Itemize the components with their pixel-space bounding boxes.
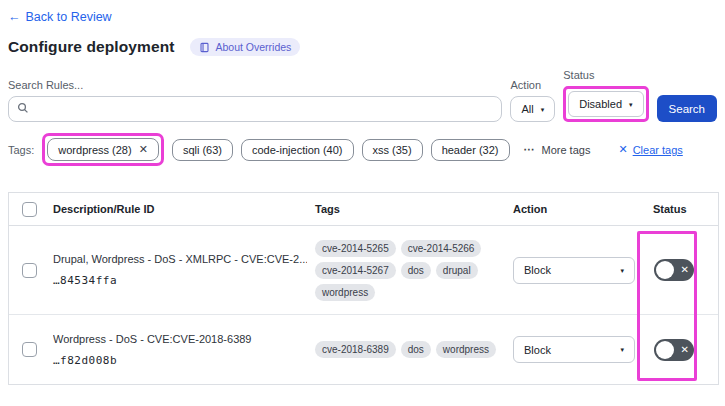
tag-chip-code-injection[interactable]: code-injection (40): [241, 139, 354, 161]
search-rules-box[interactable]: [8, 96, 502, 122]
chevron-down-icon: ▾: [620, 267, 624, 274]
back-link-label: Back to Review: [26, 10, 112, 24]
rule-description: Wordpress - DoS - CVE:CVE-2018-6389: [53, 333, 307, 345]
tag-chip-wordpress[interactable]: wordpress (28) ✕: [47, 138, 159, 161]
rule-tag-pill: cve-2018-6389: [315, 341, 396, 358]
tag-chip-sqli[interactable]: sqli (63): [172, 139, 233, 161]
rule-tag-pill: dos: [401, 262, 431, 279]
toggle-off-icon: ✕: [681, 265, 689, 275]
search-icon: [17, 100, 29, 118]
search-button[interactable]: Search: [657, 95, 717, 122]
back-to-review-link[interactable]: ← Back to Review: [8, 10, 112, 24]
status-toggle[interactable]: ✕: [654, 339, 694, 361]
toggle-off-icon: ✕: [681, 345, 689, 355]
column-header-tags: Tags: [307, 203, 505, 215]
clear-tags-label: Clear tags: [633, 144, 683, 156]
column-header-status: Status: [645, 203, 718, 215]
rules-table: Description/Rule ID Tags Action Status D…: [8, 192, 719, 385]
action-dropdown[interactable]: Block ▾: [513, 336, 635, 363]
toggle-knob: [656, 341, 674, 359]
about-overrides-badge[interactable]: About Overrides: [190, 38, 300, 56]
select-all-checkbox[interactable]: [22, 202, 37, 217]
tags-bar: Tags: wordpress (28) ✕ sqli (63) code-in…: [0, 133, 725, 166]
rule-tag-pill: cve-2014-5265: [315, 240, 396, 257]
rule-tags: cve-2014-5265 cve-2014-5266 cve-2014-526…: [315, 240, 515, 301]
search-rules-input[interactable]: [36, 103, 493, 115]
action-filter-group: Action All ▾: [510, 79, 555, 122]
rule-description: Drupal, Wordpress - DoS - XMLRPC - CVE:C…: [53, 253, 307, 265]
action-value: Block: [524, 264, 551, 276]
back-arrow-icon: ←: [8, 10, 21, 24]
clear-tags-link[interactable]: ✕ Clear tags: [618, 143, 682, 156]
chevron-down-icon: ▾: [629, 101, 633, 108]
chevron-down-icon: ▾: [620, 346, 624, 353]
rule-tag-pill: wordpress: [315, 284, 375, 301]
tag-chip-header[interactable]: header (32): [431, 139, 510, 161]
table-row: Drupal, Wordpress - DoS - XMLRPC - CVE:C…: [9, 226, 718, 315]
rule-id: …f82d008b: [53, 354, 307, 367]
action-filter-value: All: [521, 103, 533, 115]
tags-label: Tags:: [8, 144, 34, 156]
rule-tag-pill: dos: [401, 341, 431, 358]
status-filter-value: Disabled: [579, 98, 622, 110]
page-title: Configure deployment: [8, 38, 174, 56]
row-checkbox[interactable]: [22, 263, 37, 278]
status-filter-dropdown[interactable]: Disabled ▾: [568, 91, 643, 117]
about-overrides-label: About Overrides: [215, 41, 291, 53]
close-icon: ✕: [618, 143, 627, 156]
chevron-down-icon: ▾: [541, 106, 545, 113]
toggle-knob: [656, 261, 674, 279]
rule-tag-pill: cve-2014-5267: [315, 262, 396, 279]
column-header-action: Action: [505, 203, 645, 215]
filter-bar: Search Rules... Action All ▾ Status: [0, 69, 725, 122]
column-header-description: Description/Rule ID: [45, 203, 307, 215]
ellipsis-icon: ⋯: [524, 143, 536, 156]
tag-chip-label: wordpress (28): [58, 144, 131, 156]
action-dropdown[interactable]: Block ▾: [513, 257, 635, 284]
search-rules-label: Search Rules...: [8, 79, 502, 91]
selected-tag-highlight: wordpress (28) ✕: [42, 133, 164, 166]
configure-deployment-page: ← Back to Review Configure deployment Ab…: [0, 0, 725, 406]
rule-tag-pill: cve-2014-5266: [401, 240, 482, 257]
action-filter-label: Action: [510, 79, 555, 91]
status-filter-highlight: Disabled ▾: [563, 86, 648, 122]
rule-tag-pill: wordpress: [436, 341, 496, 358]
tag-chip-xss[interactable]: xss (35): [362, 139, 423, 161]
rule-tag-pill: drupal: [436, 262, 478, 279]
page-header: ← Back to Review Configure deployment Ab…: [0, 0, 725, 56]
more-tags-label: More tags: [542, 144, 591, 156]
more-tags-button[interactable]: ⋯ More tags: [524, 143, 591, 156]
action-filter-dropdown[interactable]: All ▾: [510, 96, 555, 122]
status-toggle[interactable]: ✕: [654, 259, 694, 281]
remove-tag-icon[interactable]: ✕: [139, 143, 148, 156]
table-header-row: Description/Rule ID Tags Action Status: [9, 193, 718, 226]
action-value: Block: [524, 344, 551, 356]
status-filter-group: Status Disabled ▾: [563, 69, 648, 122]
table-row: Wordpress - DoS - CVE:CVE-2018-6389 …f82…: [9, 315, 718, 384]
book-icon: [199, 42, 210, 53]
rule-tags: cve-2018-6389 dos wordpress: [315, 341, 515, 358]
status-filter-label: Status: [563, 69, 648, 81]
row-checkbox[interactable]: [22, 342, 37, 357]
rule-id: …84534ffa: [53, 274, 307, 287]
